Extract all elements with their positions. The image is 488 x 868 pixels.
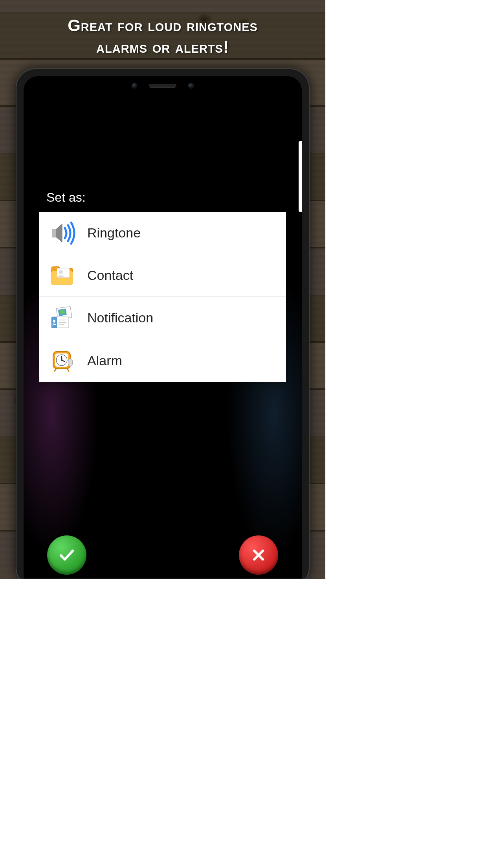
speaker-icon <box>46 217 78 249</box>
phone-screen: Cla xxxxx one Set as: <box>24 76 302 579</box>
phone-volume-button <box>309 221 310 264</box>
option-label: Ringtone <box>87 225 141 241</box>
phone-mockup: Cla xxxxx one Set as: <box>16 68 310 579</box>
front-camera-icon <box>132 83 137 88</box>
close-icon <box>249 545 268 565</box>
phone-notch <box>112 76 214 95</box>
option-contact[interactable]: Contact <box>39 254 286 297</box>
svg-rect-6 <box>51 317 57 328</box>
option-label: Notification <box>87 310 153 326</box>
option-label: Contact <box>87 268 133 283</box>
phone-power-button <box>309 136 310 167</box>
contact-folder-icon <box>46 260 78 291</box>
svg-point-7 <box>53 320 55 322</box>
alarm-clock-icon <box>46 345 78 376</box>
cancel-button[interactable] <box>239 535 278 575</box>
svg-rect-4 <box>60 309 65 314</box>
accept-button[interactable] <box>47 535 86 575</box>
dialog-options-list: Ringtone Contact <box>39 212 286 382</box>
check-icon <box>57 545 77 565</box>
dialog-title: Set as: <box>39 183 286 212</box>
option-ringtone[interactable]: Ringtone <box>39 212 286 254</box>
notification-icon <box>46 302 78 334</box>
option-label: Alarm <box>87 353 122 368</box>
option-notification[interactable]: Notification <box>39 297 286 339</box>
svg-point-16 <box>61 359 62 361</box>
promo-line-1: Great for loud ringtones <box>68 16 258 35</box>
option-alarm[interactable]: Alarm <box>39 339 286 382</box>
svg-point-17 <box>68 359 73 366</box>
front-camera-icon <box>188 83 194 88</box>
set-as-dialog: Set as: Ringtone <box>39 183 286 382</box>
promo-headline: Great for loud ringtones alarms or alert… <box>0 15 325 58</box>
earpiece-speaker <box>149 84 176 88</box>
scroll-indicator <box>299 141 302 212</box>
svg-point-1 <box>59 270 63 274</box>
promo-line-2: alarms or alerts! <box>96 38 229 56</box>
